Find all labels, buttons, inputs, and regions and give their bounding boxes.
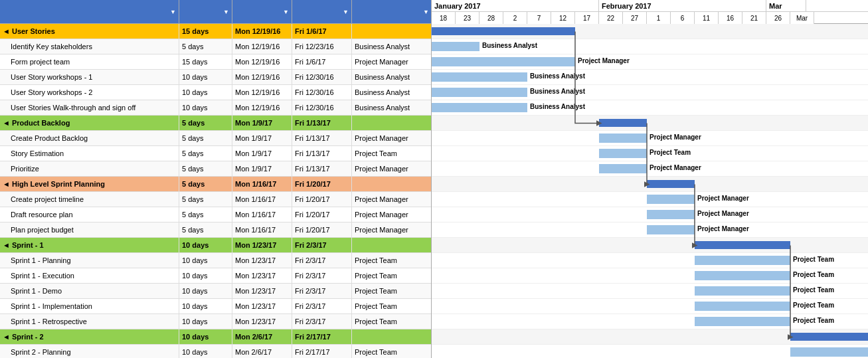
cell-resource: Business Analyst: [352, 39, 432, 54]
table-row: Draft resource plan5 daysMon 1/16/17Fri …: [0, 207, 431, 223]
resource-filter-icon[interactable]: ▼: [423, 9, 429, 15]
cell-finish: Fri 2/3/17: [292, 268, 352, 283]
header-start[interactable]: ▼: [232, 0, 292, 23]
cell-duration: 10 days: [179, 253, 232, 268]
gantt-bar-label: Project Team: [793, 256, 834, 263]
gantt-bar: Project Manager: [599, 134, 647, 143]
cell-task: Sprint 1 - Execution: [0, 268, 179, 283]
cell-finish: Fri 1/6/17: [292, 24, 352, 39]
header-resource: ▼: [352, 0, 432, 23]
table-row: User Stories Walk-through and sign off10…: [0, 100, 431, 116]
header-duration[interactable]: ▼: [179, 0, 232, 23]
task-filter-icon[interactable]: ▼: [170, 9, 176, 15]
table-row: Sprint 1 - Demo10 daysMon 1/23/17Fri 2/3…: [0, 284, 431, 299]
table-row: Story Estimation5 daysMon 1/9/17Fri 1/13…: [0, 146, 431, 161]
cell-duration: 10 days: [179, 238, 232, 252]
gantt-row: Project Team: [432, 314, 868, 329]
cell-finish: Fri 1/20/17: [292, 207, 352, 222]
gantt-bar: [790, 333, 868, 341]
cell-resource: [352, 238, 432, 252]
cell-start: Mon 2/6/17: [232, 345, 292, 358]
gantt-row: Business Analyst: [432, 100, 868, 116]
gantt-bar: Project Team: [695, 271, 790, 280]
table-row: Sprint 1 - Execution10 daysMon 1/23/17Fr…: [0, 268, 431, 284]
header-task[interactable]: ▼: [0, 0, 179, 23]
cell-resource: Project Team: [352, 299, 432, 313]
gantt-row: Project Team: [432, 253, 868, 268]
gantt-day-cell: 23: [456, 12, 479, 24]
cell-resource: Project Team: [352, 284, 432, 298]
cell-resource: Project Manager: [352, 223, 432, 237]
cell-task: Create project timeline: [0, 192, 179, 207]
cell-start: Mon 12/19/16: [232, 24, 292, 39]
gantt-bar: Project Team: [790, 347, 868, 357]
table-row: Prioritize5 daysMon 1/9/17Fri 1/13/17Pro…: [0, 161, 431, 177]
cell-duration: 15 days: [179, 54, 232, 69]
cell-duration: 5 days: [179, 39, 232, 54]
gantt-body: Business AnalystProject ManagerBusiness …: [432, 24, 868, 358]
cell-task: Sprint 1 - Implementation: [0, 299, 179, 313]
header-finish[interactable]: ▼: [292, 0, 352, 23]
gantt-month-row: January 2017February 2017Mar: [432, 0, 868, 12]
gantt-bar: [599, 119, 647, 127]
cell-duration: 10 days: [179, 85, 232, 100]
cell-task: Plan project budget: [0, 223, 179, 237]
gantt-bar-label: Project Manager: [697, 195, 749, 202]
gantt-bar: [432, 27, 575, 35]
cell-finish: Fri 1/13/17: [292, 116, 352, 130]
gantt-bar: Project Manager: [647, 225, 695, 234]
cell-start: Mon 1/23/17: [232, 268, 292, 283]
gantt-bar: Business Analyst: [432, 42, 479, 51]
gantt-day-cell: 18: [432, 12, 456, 24]
gantt-row: Project Team: [432, 146, 868, 161]
cell-finish: Fri 1/20/17: [292, 223, 352, 237]
gantt-bar-label: Project Team: [793, 302, 834, 309]
gantt-row: [432, 177, 868, 192]
gantt-bar: Project Team: [599, 149, 647, 158]
gantt-bar: Business Analyst: [432, 72, 527, 82]
gantt-bar-label: Project Team: [793, 271, 834, 278]
table-row: Sprint 2 - Planning10 daysMon 2/6/17Fri …: [0, 345, 431, 358]
cell-task: Form project team: [0, 54, 179, 69]
gantt-day-cell: 16: [719, 12, 742, 24]
gantt-bar-label: Business Analyst: [530, 72, 585, 80]
gantt-bar: Project Manager: [599, 164, 647, 173]
cell-resource: [352, 116, 432, 130]
table-header: ▼ ▼ ▼ ▼ ▼: [0, 0, 431, 24]
gantt-bar: Project Team: [695, 286, 790, 296]
gantt-bar-label: Project Manager: [650, 134, 701, 141]
gantt-row: [432, 24, 868, 39]
cell-resource: Business Analyst: [352, 85, 432, 100]
cell-resource: Business Analyst: [352, 70, 432, 84]
cell-duration: 15 days: [179, 24, 232, 39]
duration-filter-icon[interactable]: ▼: [223, 9, 229, 15]
cell-duration: 10 days: [179, 70, 232, 84]
gantt-bar-label: Business Analyst: [530, 103, 585, 110]
start-filter-icon[interactable]: ▼: [283, 9, 289, 15]
gantt-bar: Project Manager: [647, 210, 695, 219]
gantt-bar-label: Project Team: [793, 317, 834, 324]
cell-task: Sprint 2 - Planning: [0, 345, 179, 358]
cell-duration: 10 days: [179, 268, 232, 283]
cell-start: Mon 1/23/17: [232, 253, 292, 268]
cell-task: Sprint 1 - Retrospective: [0, 314, 179, 329]
gantt-row: Project Team: [432, 345, 868, 358]
gantt-day-cell: 1: [647, 12, 671, 24]
cell-finish: Fri 2/3/17: [292, 299, 352, 313]
gantt-row: Project Manager: [432, 207, 868, 223]
cell-resource: Project Team: [352, 253, 432, 268]
table-row: ◄ Sprint - 210 daysMon 2/6/17Fri 2/17/17: [0, 329, 431, 345]
table-row: Plan project budget5 daysMon 1/16/17Fri …: [0, 223, 431, 238]
gantt-bar-label: Project Team: [650, 149, 691, 156]
table-row: User Story workshops - 110 daysMon 12/19…: [0, 70, 431, 85]
finish-filter-icon[interactable]: ▼: [343, 9, 349, 15]
table-row: ◄ High Level Sprint Planning5 daysMon 1/…: [0, 177, 431, 192]
gantt-row: [432, 238, 868, 253]
cell-finish: Fri 1/13/17: [292, 131, 352, 145]
cell-duration: 5 days: [179, 116, 232, 130]
gantt-bar: Business Analyst: [432, 88, 527, 97]
cell-duration: 5 days: [179, 192, 232, 207]
cell-resource: Project Manager: [352, 131, 432, 145]
cell-duration: 10 days: [179, 329, 232, 344]
cell-finish: Fri 2/17/17: [292, 329, 352, 344]
